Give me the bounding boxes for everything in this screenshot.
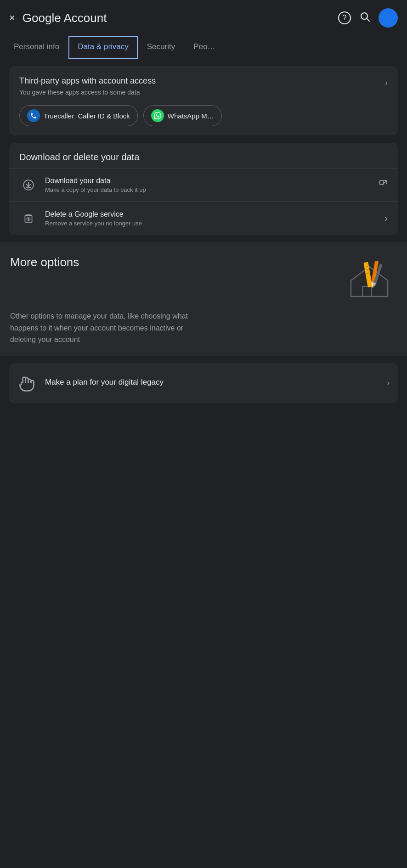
main-content: Third-party apps with account access You… (0, 67, 407, 403)
third-party-header: Third-party apps with account access You… (19, 76, 388, 103)
external-link-icon (379, 179, 388, 191)
third-party-card: Third-party apps with account access You… (9, 67, 398, 135)
digital-legacy-text: Make a plan for your digital legacy (45, 378, 387, 389)
truecaller-icon (27, 109, 40, 122)
svg-rect-14 (363, 262, 372, 288)
delete-service-text: Delete a Google service Remove a service… (45, 210, 380, 227)
svg-rect-13 (362, 286, 372, 297)
more-options-header: More options (10, 255, 397, 310)
download-data-desc: Make a copy of your data to back it up (45, 186, 374, 193)
header-icons: ? (338, 8, 398, 28)
truecaller-chip[interactable]: Truecaller: Caller ID & Block (19, 105, 138, 126)
whatsapp-label: WhatsApp M… (168, 112, 214, 120)
tab-people[interactable]: Peo… (184, 36, 224, 59)
svg-line-1 (367, 19, 370, 22)
svg-line-6 (382, 180, 386, 185)
download-data-title: Download your data (45, 177, 374, 185)
delete-service-title: Delete a Google service (45, 210, 380, 218)
tabs-bar: Personal info Data & privacy Security Pe… (0, 36, 407, 59)
download-icon (19, 176, 38, 194)
tools-illustration (342, 255, 397, 310)
more-options-title: More options (10, 255, 79, 269)
third-party-arrow[interactable]: › (385, 78, 388, 88)
more-options-text: More options (10, 255, 79, 277)
delete-service-desc: Remove a service you no longer use (45, 220, 380, 227)
whatsapp-chip[interactable]: WhatsApp M… (143, 105, 222, 126)
third-party-subtitle: You gave these apps access to some data (19, 89, 156, 96)
third-party-section: Third-party apps with account access You… (9, 67, 398, 135)
download-delete-card: Download or delete your data Download yo… (9, 143, 398, 235)
digital-legacy-item[interactable]: Make a plan for your digital legacy › (9, 363, 398, 403)
whatsapp-icon (151, 109, 164, 122)
avatar[interactable] (379, 8, 398, 28)
more-options-desc: Other options to manage your data, like … (10, 310, 203, 346)
delete-icon (19, 209, 38, 228)
download-delete-title: Download or delete your data (9, 143, 398, 168)
download-data-item[interactable]: Download your data Make a copy of your d… (9, 168, 398, 202)
apps-row: Truecaller: Caller ID & Block WhatsApp M… (19, 105, 388, 126)
third-party-title: Third-party apps with account access (19, 76, 156, 86)
help-icon[interactable]: ? (338, 11, 351, 24)
third-party-text: Third-party apps with account access You… (19, 76, 156, 103)
more-options-section: More options (0, 242, 407, 356)
delete-service-item[interactable]: Delete a Google service Remove a service… (9, 202, 398, 235)
tab-security[interactable]: Security (138, 36, 184, 59)
digital-legacy-arrow: › (387, 378, 390, 388)
truecaller-label: Truecaller: Caller ID & Block (44, 112, 130, 120)
tab-personal-info[interactable]: Personal info (5, 36, 68, 59)
hand-icon (17, 373, 38, 393)
header: × Google Account ? (0, 0, 407, 36)
download-data-text: Download your data Make a copy of your d… (45, 177, 374, 193)
tab-data-privacy[interactable]: Data & privacy (68, 36, 138, 59)
digital-legacy-title: Make a plan for your digital legacy (45, 378, 387, 387)
header-title: Google Account (23, 11, 331, 25)
delete-service-arrow: › (384, 213, 388, 224)
digital-legacy-card: Make a plan for your digital legacy › (9, 363, 398, 403)
close-button[interactable]: × (9, 12, 15, 24)
search-icon[interactable] (359, 11, 370, 25)
